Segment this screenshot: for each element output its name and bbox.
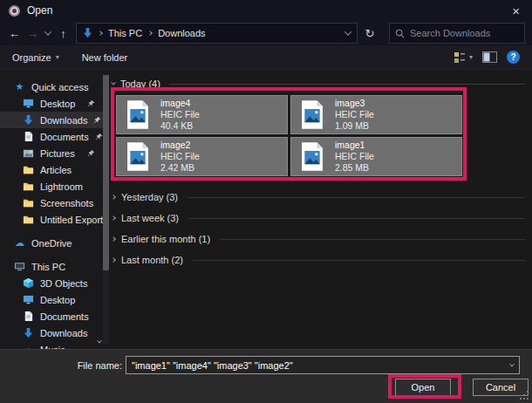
- back-icon[interactable]: ←: [5, 24, 24, 43]
- sidebar-item-pictures[interactable]: Pictures: [0, 145, 109, 161]
- sidebar-scrollbar[interactable]: [103, 75, 109, 344]
- pictures-icon: [23, 147, 34, 159]
- file-name-combobox[interactable]: [126, 356, 520, 374]
- breadcrumb-this-pc[interactable]: This PC: [108, 28, 142, 38]
- file-name-input[interactable]: [132, 360, 507, 371]
- forward-icon[interactable]: →: [24, 24, 42, 43]
- address-bar[interactable]: This PC Downloads: [76, 23, 358, 44]
- view-options-button[interactable]: ▾: [454, 51, 473, 64]
- group-collapse-icon[interactable]: [111, 80, 116, 85]
- group-header-yesterday[interactable]: Yesterday (3): [112, 187, 525, 208]
- sidebar-label: Desktop: [40, 295, 75, 305]
- file-tile-image2[interactable]: image2 HEIC File 2.42 MB: [116, 137, 288, 176]
- file-type: HEIC File: [335, 151, 374, 162]
- group-label[interactable]: Today (4): [120, 79, 160, 89]
- folder-icon: [23, 197, 34, 208]
- document-icon: [23, 131, 34, 142]
- group-divider: [220, 239, 525, 240]
- folder-icon: [23, 164, 34, 175]
- app-icon: [9, 5, 20, 17]
- cube-icon: [23, 277, 34, 289]
- heic-file-icon: [301, 142, 324, 171]
- search-box[interactable]: [389, 23, 525, 44]
- breadcrumb-chevron-icon: [147, 31, 153, 36]
- heic-file-icon: [126, 142, 149, 171]
- file-name: image3: [335, 98, 374, 109]
- sidebar-item-quick-access[interactable]: ★ Quick access: [0, 79, 109, 95]
- open-button[interactable]: Open: [395, 379, 451, 396]
- sidebar-item-this-pc[interactable]: This PC: [0, 258, 109, 275]
- group-label[interactable]: Earlier this month (1): [121, 234, 210, 244]
- group-label[interactable]: Last week (3): [121, 213, 179, 223]
- sidebar-item-documents[interactable]: Documents: [0, 128, 109, 145]
- group-divider: [188, 197, 525, 198]
- sidebar-item-downloads[interactable]: Downloads: [0, 112, 109, 128]
- command-toolbar: Organize ▾ New folder ▾ ?: [0, 45, 532, 70]
- collapsed-groups: Yesterday (3) Last week (3) Earlier this…: [109, 187, 532, 270]
- pin-icon: [95, 133, 103, 140]
- breadcrumb-downloads[interactable]: Downloads: [158, 28, 205, 38]
- sidebar-item-3d-objects[interactable]: 3D Objects: [0, 275, 109, 291]
- group-divider: [188, 218, 525, 219]
- file-tile-image1[interactable]: image1 HEIC File 2.85 MB: [290, 137, 462, 176]
- file-tile-image3[interactable]: image3 HEIC File 1.09 MB: [290, 95, 462, 134]
- pin-icon: [87, 149, 95, 157]
- address-dropdown-icon[interactable]: [344, 28, 351, 35]
- up-icon[interactable]: ↑: [54, 24, 72, 43]
- sidebar-label: Documents: [40, 311, 89, 322]
- group-divider: [193, 260, 525, 261]
- sidebar-item-articles[interactable]: Articles: [0, 161, 109, 178]
- new-folder-label: New folder: [82, 52, 128, 63]
- sidebar-item-pc-desktop[interactable]: Desktop: [0, 291, 109, 308]
- group-label[interactable]: Last month (2): [121, 255, 183, 265]
- folder-icon: [23, 214, 34, 225]
- file-tile-image4[interactable]: image4 HEIC File 40.4 KB: [116, 95, 288, 134]
- file-type: HEIC File: [335, 109, 374, 120]
- file-name: image2: [160, 140, 200, 151]
- chevron-down-icon: ▾: [56, 53, 59, 61]
- group-expand-icon[interactable]: [111, 215, 116, 221]
- close-icon[interactable]: ×: [508, 3, 523, 19]
- cancel-button[interactable]: Cancel: [473, 379, 529, 396]
- group-expand-icon[interactable]: [111, 195, 116, 200]
- file-size: 2.42 MB: [160, 162, 200, 174]
- monitor-icon: [23, 98, 34, 109]
- organize-button[interactable]: Organize ▾: [12, 52, 59, 63]
- group-expand-icon[interactable]: [111, 236, 116, 242]
- file-name-dropdown-icon[interactable]: [509, 361, 515, 366]
- sidebar-item-pc-documents[interactable]: Documents: [0, 308, 109, 324]
- group-header-last-month[interactable]: Last month (2): [112, 249, 525, 270]
- breadcrumb-chevron-icon: [98, 31, 103, 36]
- sidebar-item-untitled-export[interactable]: Untitled Export: [0, 211, 109, 228]
- new-folder-button[interactable]: New folder: [82, 52, 128, 63]
- file-tiles-grid: image4 HEIC File 40.4 KB image3 HEIC Fil…: [116, 95, 462, 176]
- group-header-earlier-this-month[interactable]: Earlier this month (1): [112, 229, 525, 249]
- sidebar-item-desktop[interactable]: Desktop: [0, 95, 109, 112]
- document-icon: [23, 311, 34, 322]
- group-expand-icon[interactable]: [111, 257, 116, 263]
- group-label[interactable]: Yesterday (3): [121, 192, 178, 202]
- sidebar-item-pc-downloads[interactable]: Downloads: [0, 324, 109, 341]
- help-icon[interactable]: ?: [507, 51, 520, 64]
- group-header-last-week[interactable]: Last week (3): [112, 208, 525, 229]
- file-name: image1: [335, 140, 374, 151]
- sidebar-item-lightroom[interactable]: Lightroom: [0, 178, 109, 195]
- refresh-icon[interactable]: ↻: [358, 23, 382, 44]
- file-name: image4: [160, 98, 200, 109]
- navigation-bar: ← → ↑ This PC Downloads ↻: [0, 21, 532, 45]
- history-chevron-icon[interactable]: [42, 24, 54, 43]
- file-size: 40.4 KB: [160, 120, 200, 132]
- resize-grip[interactable]: [527, 398, 529, 400]
- sidebar-item-screenshots[interactable]: Screenshots: [0, 195, 109, 211]
- file-size: 1.09 MB: [335, 120, 374, 132]
- organize-label: Organize: [12, 52, 51, 63]
- sidebar-scrollbar-thumb[interactable]: [103, 75, 109, 270]
- sidebar-item-onedrive[interactable]: ☁ OneDrive: [0, 235, 109, 251]
- chevron-down-icon: ▾: [469, 53, 473, 61]
- file-type: HEIC File: [160, 151, 200, 162]
- group-header-today[interactable]: Today (4): [112, 77, 525, 91]
- sidebar-item-pc-music[interactable]: ♪ Music: [0, 341, 109, 349]
- preview-pane-icon[interactable]: [482, 51, 497, 63]
- search-icon: [395, 29, 405, 38]
- search-input[interactable]: [410, 28, 519, 38]
